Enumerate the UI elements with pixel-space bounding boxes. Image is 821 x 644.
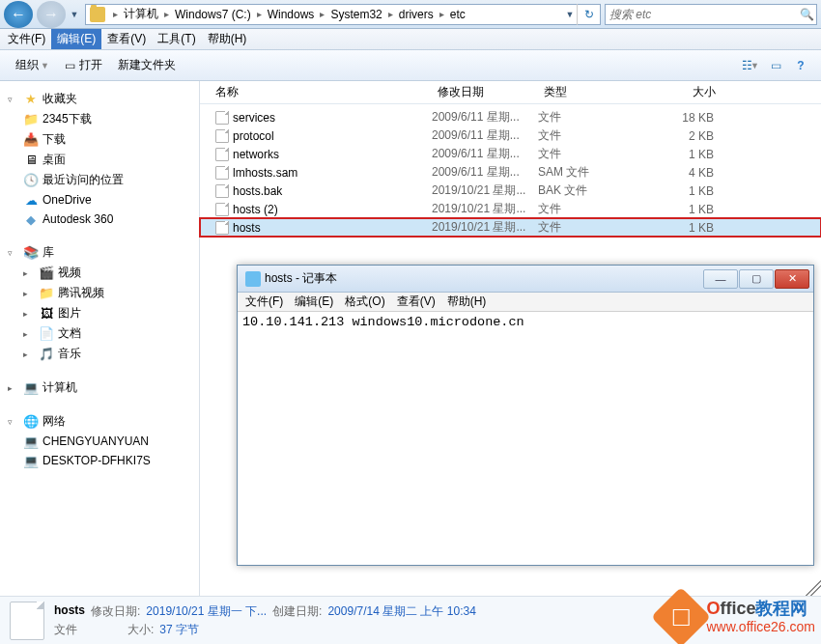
- tree-favorites[interactable]: ▿★收藏夹: [0, 89, 199, 109]
- np-menu-file[interactable]: 文件(F): [240, 293, 289, 311]
- menu-file[interactable]: 文件(F): [2, 29, 51, 49]
- file-name: hosts: [233, 221, 261, 235]
- folder-icon: [90, 7, 105, 22]
- notepad-titlebar[interactable]: hosts - 记事本 — ▢ ✕: [238, 266, 813, 293]
- file-size: 4 KB: [644, 166, 722, 180]
- notepad-title: hosts - 记事本: [265, 270, 702, 287]
- file-date: 2009/6/11 星期...: [432, 127, 538, 144]
- column-type[interactable]: 类型: [538, 84, 644, 100]
- breadcrumb-item[interactable]: drivers: [397, 8, 436, 21]
- chevron-right-icon[interactable]: ▸: [384, 9, 397, 19]
- expand-icon[interactable]: ▸: [23, 329, 35, 339]
- refresh-button[interactable]: ↻: [577, 4, 600, 25]
- expand-icon[interactable]: ▸: [23, 289, 35, 298]
- tree-libraries[interactable]: ▿📚库: [0, 242, 199, 263]
- column-name[interactable]: 名称: [200, 84, 432, 100]
- close-button[interactable]: ✕: [775, 269, 809, 289]
- folder-icon: 📁: [39, 286, 54, 301]
- view-mode-button[interactable]: ☷▼: [738, 54, 763, 77]
- expand-icon[interactable]: ▸: [8, 383, 19, 393]
- sidebar-tree[interactable]: ▿★收藏夹 📁2345下载 📥下载 🖥桌面 🕓最近访问的位置 ☁OneDrive…: [0, 81, 200, 596]
- help-icon: ?: [797, 59, 804, 72]
- file-row[interactable]: networks2009/6/11 星期...文件1 KB: [200, 145, 821, 163]
- tree-item[interactable]: 📁2345下载: [0, 109, 199, 129]
- file-row[interactable]: hosts (2)2019/10/21 星期...文件1 KB: [200, 200, 821, 218]
- tree-item[interactable]: 🖥桌面: [0, 150, 199, 170]
- breadcrumb-item[interactable]: Windows: [266, 8, 317, 21]
- chevron-right-icon[interactable]: ▸: [436, 9, 448, 19]
- np-menu-help[interactable]: 帮助(H): [441, 293, 493, 311]
- tree-item[interactable]: 📥下载: [0, 129, 199, 150]
- tree-item[interactable]: ◆Autodesk 360: [0, 210, 199, 229]
- file-size: 1 KB: [644, 203, 722, 216]
- tree-network[interactable]: ▿🌐网络: [0, 411, 199, 432]
- resize-grip-icon[interactable]: [806, 580, 821, 596]
- breadcrumb-item[interactable]: etc: [448, 8, 467, 21]
- tree-item[interactable]: ▸🎬视频: [0, 263, 199, 283]
- file-icon: [215, 111, 229, 125]
- forward-button[interactable]: →: [37, 1, 66, 28]
- breadcrumb-item[interactable]: 计算机: [122, 6, 160, 22]
- menu-help[interactable]: 帮助(H): [202, 29, 253, 49]
- file-icon: [215, 221, 229, 235]
- file-icon: [215, 148, 229, 161]
- tree-item[interactable]: ▸🖼图片: [0, 303, 199, 323]
- tree-computer[interactable]: ▸💻计算机: [0, 378, 199, 398]
- file-row[interactable]: services2009/6/11 星期...文件18 KB: [200, 108, 821, 126]
- tree-item[interactable]: ▸📄文档: [0, 323, 199, 344]
- file-type: 文件: [538, 109, 644, 126]
- organize-button[interactable]: 组织 ▼: [8, 53, 57, 77]
- file-row[interactable]: protocol2009/6/11 星期...文件2 KB: [200, 126, 821, 145]
- details-type: 文件: [54, 622, 77, 638]
- details-size: 37 字节: [159, 622, 199, 638]
- documents-icon: 📄: [39, 326, 54, 342]
- tree-item[interactable]: ▸🎵音乐: [0, 344, 199, 364]
- tree-item[interactable]: ▸📁腾讯视频: [0, 283, 199, 303]
- search-input[interactable]: [606, 8, 797, 21]
- search-icon[interactable]: 🔍: [797, 8, 816, 21]
- help-button[interactable]: ?: [788, 54, 813, 77]
- collapse-icon[interactable]: ▿: [8, 95, 19, 104]
- video-icon: 🎬: [39, 266, 54, 281]
- breadcrumb-item[interactable]: System32: [328, 8, 383, 21]
- breadcrumb[interactable]: ▸ 计算机 ▸ Windows7 (C:) ▸ Windows ▸ System…: [85, 4, 601, 25]
- notepad-text-area[interactable]: 10.10.141.213 windows10.microdone.cn: [239, 313, 812, 560]
- new-folder-button[interactable]: 新建文件夹: [110, 53, 184, 77]
- nav-history-dropdown[interactable]: ▼: [68, 1, 81, 28]
- expand-icon[interactable]: ▸: [23, 350, 35, 359]
- tree-item[interactable]: 🕓最近访问的位置: [0, 170, 199, 190]
- column-size[interactable]: 大小: [644, 84, 722, 100]
- back-button[interactable]: ←: [4, 1, 33, 28]
- column-date[interactable]: 修改日期: [432, 84, 538, 100]
- chevron-right-icon[interactable]: ▸: [253, 9, 266, 19]
- file-row[interactable]: lmhosts.sam2009/6/11 星期...SAM 文件4 KB: [200, 163, 821, 182]
- file-date: 2009/6/11 星期...: [432, 109, 538, 126]
- expand-icon[interactable]: ▸: [23, 309, 35, 319]
- file-row[interactable]: hosts2019/10/21 星期...文件1 KB: [200, 218, 821, 237]
- maximize-button[interactable]: ▢: [739, 269, 774, 289]
- collapse-icon[interactable]: ▿: [8, 417, 19, 427]
- chevron-right-icon[interactable]: ▸: [160, 9, 173, 19]
- np-menu-format[interactable]: 格式(O): [339, 293, 390, 311]
- open-button[interactable]: ▭打开: [57, 53, 110, 77]
- menu-view[interactable]: 查看(V): [101, 29, 152, 49]
- chevron-right-icon[interactable]: ▸: [316, 9, 328, 19]
- file-row[interactable]: hosts.bak2019/10/21 星期...BAK 文件1 KB: [200, 182, 821, 200]
- menu-tools[interactable]: 工具(T): [152, 29, 201, 49]
- collapse-icon[interactable]: ▿: [8, 248, 19, 258]
- file-name: hosts.bak: [233, 184, 282, 198]
- tree-item[interactable]: 💻CHENGYUANYUAN: [0, 432, 199, 451]
- breadcrumb-item[interactable]: Windows7 (C:): [173, 8, 253, 21]
- np-menu-view[interactable]: 查看(V): [391, 293, 441, 311]
- computer-icon: 💻: [23, 434, 39, 449]
- tree-item[interactable]: 💻DESKTOP-DFHKI7S: [0, 451, 199, 470]
- chevron-right-icon[interactable]: ▸: [109, 9, 122, 19]
- tree-item[interactable]: ☁OneDrive: [0, 190, 199, 210]
- minimize-button[interactable]: —: [703, 269, 738, 289]
- breadcrumb-dropdown[interactable]: ▼: [563, 1, 577, 28]
- np-menu-edit[interactable]: 编辑(E): [289, 293, 339, 311]
- preview-pane-button[interactable]: ▭: [763, 54, 788, 77]
- menu-edit[interactable]: 编辑(E): [51, 29, 101, 49]
- expand-icon[interactable]: ▸: [23, 268, 35, 278]
- file-date: 2009/6/11 星期...: [432, 164, 538, 181]
